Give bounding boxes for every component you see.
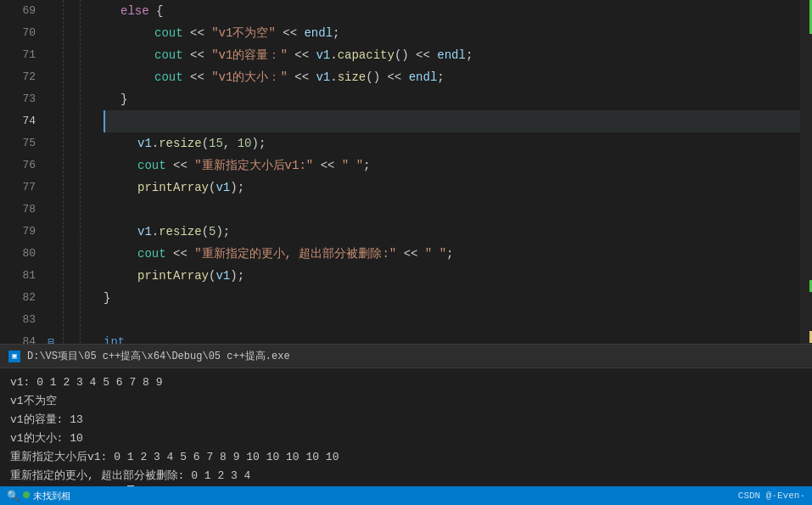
code-line-75: v1.resize(15, 10); [104, 132, 800, 154]
line-num-79: 79 [0, 221, 36, 243]
gutter-70 [42, 22, 59, 44]
watermark-label: CSDN @·Even· [738, 491, 805, 501]
terminal-line-3: v1的容量: 13 [10, 411, 802, 429]
gutter-81 [42, 265, 59, 287]
line-num-71: 71 [0, 44, 36, 66]
gutter-77 [42, 177, 59, 199]
code-content[interactable]: else { cout << "v1不为空" << endl; cout << … [97, 0, 800, 356]
terminal-window-icon: ▣ [8, 351, 20, 362]
scrollbar-right[interactable] [800, 0, 812, 356]
gutter-78 [42, 199, 59, 221]
code-line-82: } [104, 287, 800, 309]
line-num-83: 83 [0, 309, 36, 331]
terminal-line-4: v1的大小: 10 [10, 429, 802, 448]
gutter-69 [42, 0, 59, 22]
gutter-82 [42, 287, 59, 309]
terminal-line-2: v1不为空 [10, 392, 802, 411]
code-line-81: printArray(v1); [104, 265, 800, 287]
code-line-83 [104, 309, 800, 331]
code-line-77: printArray(v1); [104, 177, 800, 199]
line-num-81: 81 [0, 265, 36, 287]
terminal-line-1: v1: 0 1 2 3 4 5 6 7 8 9 [10, 373, 802, 392]
gutter-72 [42, 66, 59, 88]
search-icon: 🔍 [7, 490, 20, 502]
status-bar: 🔍 未找到相 CSDN @·Even· [0, 486, 812, 505]
line-num-80: 80 [0, 243, 36, 265]
terminal-panel: ▣ D:\VS项目\05 c++提高\x64\Debug\05 c++提高.ex… [0, 344, 812, 486]
terminal-title-bar: ▣ D:\VS项目\05 c++提高\x64\Debug\05 c++提高.ex… [0, 345, 812, 368]
line-num-76: 76 [0, 154, 36, 177]
code-line-80: cout << "重新指定的更小, 超出部分被删除:" << " "; [104, 243, 800, 265]
code-line-70: cout << "v1不为空" << endl; [104, 22, 800, 44]
code-line-69: else { [104, 0, 800, 22]
terminal-output: v1: 0 1 2 3 4 5 6 7 8 9 v1不为空 v1的容量: 13 … [0, 368, 812, 505]
line-num-70: 70 [0, 22, 36, 44]
line-num-69: 69 [0, 0, 36, 22]
status-not-found-label: 未找到相 [33, 490, 70, 502]
code-line-78 [104, 199, 800, 221]
gutter-73 [42, 88, 59, 110]
editor-area: 69 70 71 72 73 74 75 76 77 78 79 80 81 8… [0, 0, 812, 356]
gutter-76 [42, 154, 59, 177]
line-num-75: 75 [0, 132, 36, 154]
line-num-73: 73 [0, 88, 36, 110]
line-num-78: 78 [0, 199, 36, 221]
code-line-72: cout << "v1的大小：" << v1.size() << endl; [104, 66, 800, 88]
terminal-title: D:\VS项目\05 c++提高\x64\Debug\05 c++提高.exe [27, 349, 290, 363]
gutter-83 [42, 309, 59, 331]
terminal-line-5: 重新指定大小后v1: 0 1 2 3 4 5 6 7 8 9 10 10 10 … [10, 448, 802, 467]
gutter-79 [42, 221, 59, 243]
status-indicator-dot [23, 491, 30, 501]
gutter-71 [42, 44, 59, 66]
line-numbers: 69 70 71 72 73 74 75 76 77 78 79 80 81 8… [0, 0, 42, 356]
gutter-80 [42, 243, 59, 265]
code-line-71: cout << "v1的容量：" << v1.capacity() << end… [104, 44, 800, 66]
line-num-77: 77 [0, 177, 36, 199]
terminal-line-6: 重新指定的更小, 超出部分被删除: 0 1 2 3 4 [10, 467, 802, 485]
code-line-76: cout << "重新指定大小后v1:" << " "; [104, 154, 800, 177]
status-search[interactable]: 🔍 未找到相 [7, 490, 70, 502]
gutter: ⊟ [42, 0, 59, 356]
line-num-72: 72 [0, 66, 36, 88]
line-num-82: 82 [0, 287, 36, 309]
gutter-75 [42, 132, 59, 154]
code-line-79: v1.resize(5); [104, 221, 800, 243]
code-line-73: } [104, 88, 800, 110]
gutter-74 [42, 110, 59, 132]
line-num-74: 74 [0, 110, 36, 132]
code-line-74 [104, 110, 800, 132]
